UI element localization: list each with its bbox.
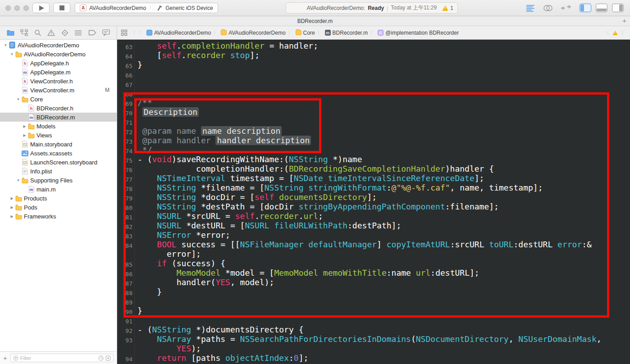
issue-navigator-tab[interactable] xyxy=(47,29,55,36)
tab-title[interactable]: BDRecorder.m xyxy=(297,18,333,24)
toggle-inspector-panel-button[interactable] xyxy=(612,4,624,12)
file-tree-item[interactable]: Assets.xcassets xyxy=(0,149,117,158)
file-tree-item[interactable]: Main.storyboard xyxy=(0,140,117,149)
file-tree-item[interactable]: ▼Supporting Files xyxy=(0,176,117,185)
traffic-lights xyxy=(5,5,29,11)
filter-field[interactable]: Filter xyxy=(10,354,114,362)
breadcrumb-item[interactable]: C@implementation BDRecorder xyxy=(378,30,459,36)
disclosure-triangle[interactable]: ▼ xyxy=(15,97,21,101)
file-tree-item[interactable]: ▶Pods xyxy=(0,203,117,212)
debug-navigator-tab[interactable] xyxy=(74,30,82,36)
file-tree-item[interactable]: ▼AVAudioRecorderDemo xyxy=(0,41,117,50)
file-tree-item[interactable]: hAppDelegate.h xyxy=(0,59,117,68)
status-app-label: AVAudioRecorderDemo: xyxy=(307,5,365,11)
file-name-label: AppDelegate.m xyxy=(30,69,71,76)
file-tree-item[interactable]: ▼Core xyxy=(0,95,117,104)
file-name-label: ViewController.m xyxy=(30,87,74,94)
next-issue-button[interactable]: 〉 xyxy=(621,29,626,36)
code-line: error]; xyxy=(117,249,630,259)
svg-text:m: m xyxy=(29,115,33,120)
bottom-panel-icon xyxy=(597,9,607,11)
back-button[interactable]: 〈 xyxy=(130,29,136,36)
disclosure-triangle[interactable]: ▼ xyxy=(3,43,9,47)
svg-text:m: m xyxy=(23,70,27,75)
code-text: NSURL *srcURL = self.recorder.url; xyxy=(137,211,323,221)
file-tree-item[interactable]: mBDRecorder.m xyxy=(0,113,117,122)
report-navigator-tab[interactable] xyxy=(102,29,110,36)
add-tab-button[interactable]: + xyxy=(622,17,626,24)
modified-badge: M xyxy=(105,87,110,93)
code-line: 75- (void)saveRecordingWithName:(NSStrin… xyxy=(117,155,630,164)
disclosure-triangle[interactable]: ▶ xyxy=(9,214,15,218)
project-file-icon xyxy=(9,41,16,49)
file-tree-item[interactable]: mAppDelegate.m xyxy=(0,68,117,77)
toggle-debug-area-button[interactable] xyxy=(596,4,607,12)
file-tree-item[interactable]: Info.plist xyxy=(0,167,117,176)
filter-icon xyxy=(13,355,18,361)
minimize-window-button[interactable] xyxy=(14,5,20,11)
toggle-navigator-panel-button[interactable] xyxy=(580,4,591,12)
code-line: YES); xyxy=(117,344,630,353)
status-warning-badge[interactable]: 1 xyxy=(442,5,453,11)
code-text: BOOL success = [[NSFileManager defaultMa… xyxy=(137,240,592,249)
filter-bar: + Filter xyxy=(0,351,117,364)
source-editor[interactable]: 63 self.completionHandler = handler;64 [… xyxy=(117,40,630,364)
file-tree-item[interactable]: hBDRecorder.h xyxy=(0,104,117,113)
scheme-selector[interactable]: A AVAudioRecorderDemo 〉 Generic iOS Devi… xyxy=(75,3,218,13)
file-tree-item[interactable]: ▶Frameworks xyxy=(0,212,117,221)
disclosure-triangle[interactable]: ▶ xyxy=(9,196,15,200)
file-tree-item[interactable]: mViewController.mM xyxy=(0,86,117,95)
code-line: 81 NSURL *srcURL = self.recorder.url; xyxy=(117,211,630,221)
recent-files-clock-icon[interactable] xyxy=(98,355,104,361)
standard-editor-button[interactable] xyxy=(525,5,535,12)
m-file-icon: m xyxy=(325,30,331,36)
breadcrumb-item[interactable]: mBDRecorder.m xyxy=(325,30,368,36)
project-navigator-tab[interactable] xyxy=(7,29,14,36)
disclosure-triangle[interactable]: ▶ xyxy=(9,205,15,209)
add-file-button[interactable]: + xyxy=(3,354,7,362)
svg-text:m: m xyxy=(23,88,27,93)
file-tree-item[interactable]: ▶Views xyxy=(0,131,117,140)
breadcrumb-item[interactable]: Core xyxy=(296,30,315,36)
search-navigator-tab[interactable] xyxy=(34,29,41,36)
code-text: NSError *error; xyxy=(137,230,230,240)
breadcrumb-item[interactable]: AVAudioRecorderDemo xyxy=(221,30,285,36)
stop-button[interactable] xyxy=(53,3,70,13)
code-text: @param name name description xyxy=(137,126,282,136)
code-text: [self.recorder stop]; xyxy=(137,50,260,60)
disclosure-triangle[interactable]: ▶ xyxy=(22,124,27,128)
code-line: 64 [self.recorder stop]; xyxy=(117,50,630,60)
file-tree-item[interactable]: ▶Models xyxy=(0,122,117,131)
file-name-label: LaunchScreen.storyboard xyxy=(30,159,97,166)
test-navigator-tab[interactable] xyxy=(61,29,68,36)
source-control-status-filter-icon[interactable] xyxy=(105,355,111,361)
breakpoint-navigator-tab[interactable] xyxy=(88,30,96,36)
code-text: NSURL *destURL = [NSURL fileURLWithPath:… xyxy=(137,221,401,230)
version-editor-button[interactable] xyxy=(561,5,571,12)
assistant-editor-button[interactable] xyxy=(543,5,553,12)
file-tree-item[interactable]: mmain.m xyxy=(0,185,117,194)
disclosure-triangle[interactable]: ▼ xyxy=(9,52,15,56)
previous-issue-button[interactable]: 〈 xyxy=(604,29,609,36)
file-tree-item[interactable]: ▼AVAudioRecorderDemo xyxy=(0,50,117,59)
code-text: */ xyxy=(137,145,152,155)
source-control-navigator-tab[interactable] xyxy=(20,29,28,36)
run-button[interactable] xyxy=(32,3,50,13)
disclosure-triangle[interactable]: ▼ xyxy=(15,178,21,182)
storyboard-file-icon xyxy=(21,159,28,166)
code-line: 79 NSString *docDir = [self documentsDir… xyxy=(117,192,630,202)
forward-button[interactable]: 〉 xyxy=(138,29,144,36)
code-text: YES); xyxy=(137,344,201,353)
disclosure-triangle[interactable]: ▶ xyxy=(22,133,27,137)
file-tree-item[interactable]: ▶Products xyxy=(0,194,117,203)
breadcrumb-item[interactable]: AVAudioRecorderDemo xyxy=(146,30,211,36)
code-line: 94 return [paths objectAtIndex:0]; xyxy=(117,353,630,363)
h-file-icon: h xyxy=(21,77,28,85)
file-tree-item[interactable]: hViewController.h xyxy=(0,77,117,86)
file-name-label: ViewController.h xyxy=(30,78,73,85)
file-tree-item[interactable]: LaunchScreen.storyboard xyxy=(0,158,117,167)
zoom-window-button[interactable] xyxy=(23,5,29,11)
m-file-icon: m xyxy=(21,86,28,94)
related-items-icon[interactable] xyxy=(121,29,128,36)
close-window-button[interactable] xyxy=(5,5,11,11)
